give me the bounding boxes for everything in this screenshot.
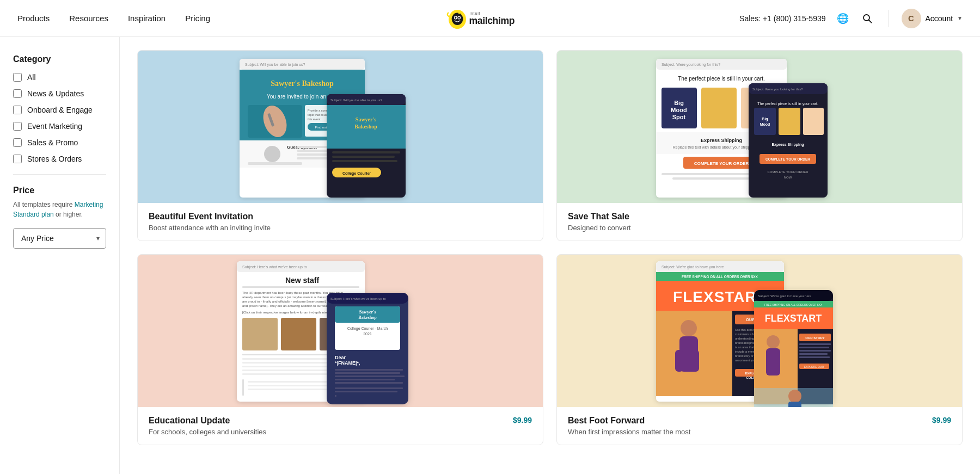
svg-text:The perfect piece is still in : The perfect piece is still in your cart.: [678, 76, 765, 82]
svg-rect-154: [766, 348, 780, 375]
nav-products[interactable]: Products: [17, 14, 50, 23]
header: Products Resources Inspiration Pricing i…: [0, 0, 980, 37]
svg-text:Express Shipping: Express Shipping: [771, 143, 804, 147]
svg-text:Spot: Spot: [672, 114, 686, 120]
svg-rect-159: [799, 347, 829, 348]
svg-text:Express Shipping: Express Shipping: [701, 138, 742, 143]
svg-rect-114: [335, 379, 395, 380]
svg-rect-130: [691, 350, 699, 372]
category-sales-promo[interactable]: Sales & Promo: [13, 138, 106, 147]
svg-text:Subject: We're glad to have yo: Subject: We're glad to have you here: [661, 265, 724, 269]
category-event-marketing[interactable]: Event Marketing: [13, 122, 106, 131]
category-news-updates[interactable]: News & Updates: [13, 89, 106, 98]
template-preview-4: Subject: We're glad to have you here FRE…: [557, 255, 962, 407]
svg-text:College Courier - March: College Courier - March: [347, 327, 388, 331]
svg-rect-40: [332, 151, 400, 153]
category-title: Category: [13, 54, 106, 64]
svg-text:Subject: Here's what we've bee: Subject: Here's what we've been up to: [242, 265, 307, 269]
nav-pricing[interactable]: Pricing: [185, 14, 210, 23]
template-preview-3: Subject: Here's what we've been up to Ne…: [138, 255, 543, 407]
svg-text:intuit: intuit: [469, 10, 480, 15]
svg-text:The perfect piece is still in : The perfect piece is still in your cart.: [757, 102, 818, 106]
search-icon[interactable]: [860, 11, 875, 26]
category-all[interactable]: All: [13, 73, 106, 82]
template-desc-4: When first impressions matter the most: [568, 428, 690, 436]
checkbox-stores-orders[interactable]: [13, 155, 22, 163]
svg-text:Sawyer's: Sawyer's: [359, 310, 376, 315]
svg-rect-116: [335, 387, 403, 389]
template-price-3: $9.99: [513, 416, 532, 424]
nav-inspiration[interactable]: Inspiration: [128, 14, 166, 23]
checkbox-onboard-engage[interactable]: [13, 106, 22, 114]
svg-text:Subject: Will you be able to j: Subject: Will you be able to join us?: [330, 99, 382, 102]
main-nav: Products Resources Inspiration Pricing: [17, 14, 210, 23]
template-card-educational-update[interactable]: Subject: Here's what we've been up to Ne…: [137, 254, 543, 445]
avatar: C: [902, 9, 921, 28]
template-card-best-foot-forward[interactable]: Subject: We're glad to have you here FRE…: [556, 254, 963, 445]
chevron-down-icon: ▼: [957, 15, 963, 21]
sidebar: Category All News & Updates Onboard & En…: [0, 37, 120, 474]
globe-icon[interactable]: 🌐: [835, 10, 851, 27]
template-name-4: Best Foot Forward: [568, 416, 690, 426]
svg-rect-67: [754, 108, 776, 135]
svg-line-10: [868, 20, 871, 22]
svg-rect-62: [672, 177, 759, 180]
svg-rect-63: [749, 83, 828, 198]
svg-rect-54: [701, 88, 737, 128]
svg-text:Subject: We're glad to have yo: Subject: We're glad to have you here: [758, 294, 812, 298]
svg-point-153: [767, 335, 780, 348]
svg-point-1: [452, 13, 463, 24]
svg-text:Subject: Will you be able to j: Subject: Will you be able to join us?: [245, 63, 305, 67]
svg-rect-167: [788, 402, 801, 407]
svg-rect-41: [332, 156, 395, 158]
price-select[interactable]: Any Price Free Paid: [13, 228, 106, 249]
svg-rect-115: [335, 382, 403, 384]
svg-text:Subject: Here's what we've bee: Subject: Here's what we've been up to: [330, 297, 386, 300]
svg-rect-158: [799, 343, 831, 345]
svg-rect-129: [675, 350, 683, 372]
svg-rect-117: [335, 391, 397, 392]
template-info-4: Best Foot Forward When first impressions…: [557, 407, 962, 445]
svg-text:Big: Big: [674, 100, 684, 106]
svg-text:and [insert name]. They are an: and [insert name]. They are an amazing a…: [242, 304, 331, 307]
category-stores-orders[interactable]: Stores & Orders: [13, 155, 106, 163]
checkbox-news-updates[interactable]: [13, 89, 22, 98]
svg-text:FLEXSTART: FLEXSTART: [673, 288, 767, 305]
nav-resources[interactable]: Resources: [69, 14, 108, 23]
category-onboard-engage[interactable]: Onboard & Engage: [13, 106, 106, 114]
svg-rect-88: [281, 318, 316, 350]
svg-rect-112: [335, 372, 400, 374]
svg-rect-118: [335, 395, 336, 397]
svg-point-127: [681, 320, 697, 336]
template-preview-2: Subject: Were you looking for this? The …: [557, 51, 962, 203]
svg-point-4: [455, 16, 456, 19]
template-info-2: Save That Sale Designed to convert: [557, 203, 962, 241]
templates-grid: Subject: Will you be able to join us? Sa…: [137, 50, 963, 445]
svg-text:Big: Big: [762, 117, 768, 121]
svg-text:this event.: this event.: [308, 118, 322, 121]
svg-text:[Click on their respective ima: [Click on their respective images below …: [242, 311, 336, 314]
template-preview-1: Subject: Will you be able to join us? Sa…: [138, 51, 543, 203]
category-onboard-engage-label: Onboard & Engage: [27, 106, 93, 114]
svg-rect-81: [242, 286, 359, 288]
template-card-beautiful-event-invitation[interactable]: Subject: Will you be able to join us? Sa…: [137, 50, 543, 241]
svg-text:EXPLORE OUR: EXPLORE OUR: [804, 365, 824, 368]
price-select-wrap: Any Price Free Paid ▾: [13, 228, 106, 249]
template-name-2: Save That Sale: [568, 212, 631, 221]
svg-rect-70: [779, 108, 800, 135]
svg-text:FLEXSTART: FLEXSTART: [765, 313, 822, 324]
template-card-save-that-sale[interactable]: Subject: Were you looking for this? The …: [556, 50, 963, 241]
svg-text:Subject: Were you looking for : Subject: Were you looking for this?: [661, 63, 720, 67]
checkbox-sales-promo[interactable]: [13, 138, 22, 147]
svg-rect-161: [799, 353, 828, 355]
svg-text:College Courier: College Courier: [342, 171, 371, 176]
checkbox-event-marketing[interactable]: [13, 122, 22, 131]
user-account-button[interactable]: C Account ▼: [902, 9, 963, 28]
template-name-1: Beautiful Event Invitation: [149, 212, 271, 221]
svg-point-28: [264, 146, 280, 162]
checkbox-all[interactable]: [13, 73, 22, 82]
template-price-4: $9.99: [932, 416, 951, 424]
svg-text:FREE SHIPPING ON ALL ORDERS OV: FREE SHIPPING ON ALL ORDERS OVER $XX: [682, 275, 758, 279]
svg-rect-162: [799, 356, 830, 358]
logo[interactable]: intuit mailchimp: [446, 8, 534, 29]
